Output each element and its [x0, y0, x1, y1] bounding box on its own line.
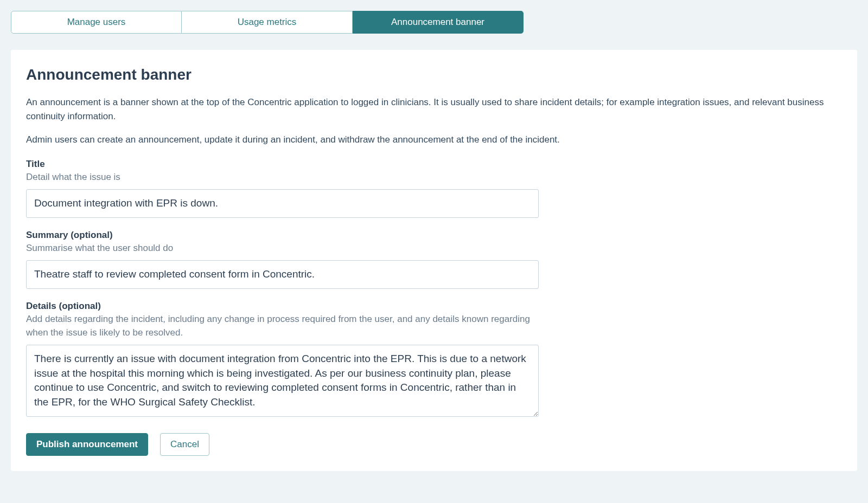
tab-manage-users[interactable]: Manage users [11, 11, 182, 34]
tab-usage-metrics[interactable]: Usage metrics [182, 11, 353, 34]
title-field-group: Title Detail what the issue is [26, 159, 539, 218]
title-label: Title [26, 159, 539, 170]
page-title: Announcement banner [26, 66, 842, 83]
tab-bar: Manage users Usage metrics Announcement … [11, 11, 857, 34]
details-hint: Add details regarding the incident, incl… [26, 313, 539, 339]
cancel-button[interactable]: Cancel [160, 433, 209, 456]
page-description-2: Admin users can create an announcement, … [26, 133, 842, 147]
button-row: Publish announcement Cancel [26, 433, 842, 456]
page-description-1: An announcement is a banner shown at the… [26, 95, 842, 123]
details-textarea[interactable] [26, 345, 539, 416]
announcement-panel: Announcement banner An announcement is a… [11, 50, 857, 471]
summary-label: Summary (optional) [26, 230, 539, 241]
details-label: Details (optional) [26, 301, 539, 312]
details-field-group: Details (optional) Add details regarding… [26, 301, 539, 419]
summary-field-group: Summary (optional) Summarise what the us… [26, 230, 539, 289]
publish-button[interactable]: Publish announcement [26, 433, 148, 456]
title-hint: Detail what the issue is [26, 171, 539, 184]
tab-announcement-banner[interactable]: Announcement banner [353, 11, 524, 34]
summary-hint: Summarise what the user should do [26, 242, 539, 255]
summary-input[interactable] [26, 260, 539, 289]
title-input[interactable] [26, 189, 539, 218]
